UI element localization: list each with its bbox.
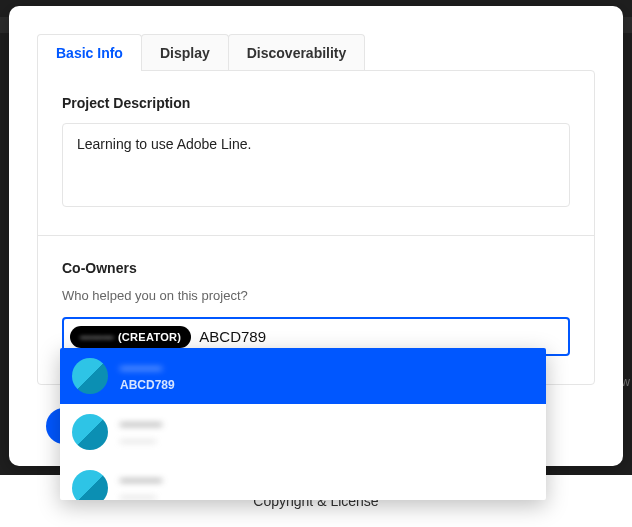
description-label: Project Description bbox=[62, 95, 570, 111]
coowners-label: Co-Owners bbox=[62, 260, 570, 276]
tab-panel-basic: Project Description Learning to use Adob… bbox=[37, 70, 595, 385]
coowners-suggestions-dropdown: ——— ABCD789 ——— ——— ——— ——— bbox=[60, 348, 546, 500]
suggestion-item[interactable]: ——— ABCD789 bbox=[60, 348, 546, 404]
suggestion-text: ——— ——— bbox=[120, 472, 162, 500]
suggestion-name: ——— bbox=[120, 360, 175, 376]
suggestion-sub: ABCD789 bbox=[120, 378, 175, 392]
suggestion-item[interactable]: ——— ——— bbox=[60, 460, 546, 500]
tabs: Basic Info Display Discoverability bbox=[37, 34, 595, 71]
creator-chip-suffix: (CREATOR) bbox=[118, 331, 181, 343]
suggestion-text: ——— ——— bbox=[120, 416, 162, 448]
tab-discoverability[interactable]: Discoverability bbox=[228, 34, 366, 71]
coowners-search-input[interactable] bbox=[199, 324, 562, 349]
avatar bbox=[72, 470, 108, 500]
creator-chip-name: ——— bbox=[80, 331, 114, 343]
creator-chip[interactable]: ——— (CREATOR) bbox=[70, 326, 191, 348]
avatar bbox=[72, 358, 108, 394]
suggestion-text: ——— ABCD789 bbox=[120, 360, 175, 392]
suggestion-name: ——— bbox=[120, 472, 162, 488]
suggestion-sub: ——— bbox=[120, 434, 162, 448]
suggestions-scroll[interactable]: ——— ABCD789 ——— ——— ——— ——— bbox=[60, 348, 546, 500]
section-coowners: Co-Owners Who helped you on this project… bbox=[38, 236, 594, 356]
coowners-sublabel: Who helped you on this project? bbox=[62, 288, 570, 303]
suggestion-sub: ——— bbox=[120, 490, 162, 500]
section-description: Project Description Learning to use Adob… bbox=[38, 71, 594, 211]
suggestion-name: ——— bbox=[120, 416, 162, 432]
suggestion-item[interactable]: ——— ——— bbox=[60, 404, 546, 460]
description-textarea[interactable]: Learning to use Adobe Line. bbox=[62, 123, 570, 207]
avatar bbox=[72, 414, 108, 450]
tab-basic-info[interactable]: Basic Info bbox=[37, 34, 142, 71]
tab-display[interactable]: Display bbox=[141, 34, 229, 71]
